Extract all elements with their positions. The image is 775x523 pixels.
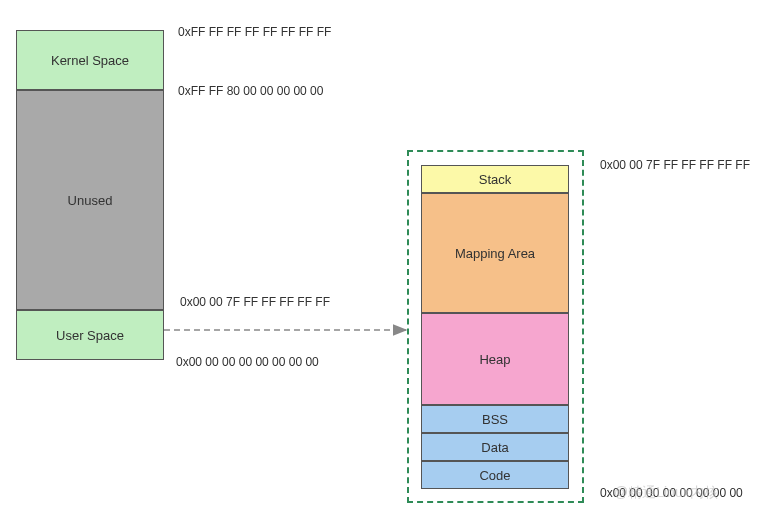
bss-box: BSS [421, 405, 569, 433]
data-box: Data [421, 433, 569, 461]
user-space-label: User Space [56, 328, 124, 343]
addr-kernel-base-label: 0xFF FF 80 00 00 00 00 00 [178, 84, 323, 98]
heap-box: Heap [421, 313, 569, 405]
mapping-area-label: Mapping Area [455, 246, 535, 261]
kernel-space-label: Kernel Space [51, 53, 129, 68]
stack-box: Stack [421, 165, 569, 193]
arrow-user-to-detail [164, 316, 422, 336]
heap-label: Heap [479, 352, 510, 367]
addr-top-label: 0xFF FF FF FF FF FF FF FF [178, 25, 331, 39]
unused-box: Unused [16, 90, 164, 310]
addr-zero-label: 0x00 00 00 00 00 00 00 00 [176, 355, 319, 369]
user-space-box: User Space [16, 310, 164, 360]
addr-right-top-label: 0x00 00 7F FF FF FF FF FF [600, 158, 750, 172]
watermark-text: @精通Linux内核 [614, 484, 718, 502]
code-label: Code [479, 468, 510, 483]
addr-user-top-label: 0x00 00 7F FF FF FF FF FF [180, 295, 330, 309]
stack-label: Stack [479, 172, 512, 187]
kernel-space-box: Kernel Space [16, 30, 164, 90]
mapping-area-box: Mapping Area [421, 193, 569, 313]
bss-label: BSS [482, 412, 508, 427]
code-box: Code [421, 461, 569, 489]
data-label: Data [481, 440, 508, 455]
unused-label: Unused [68, 193, 113, 208]
